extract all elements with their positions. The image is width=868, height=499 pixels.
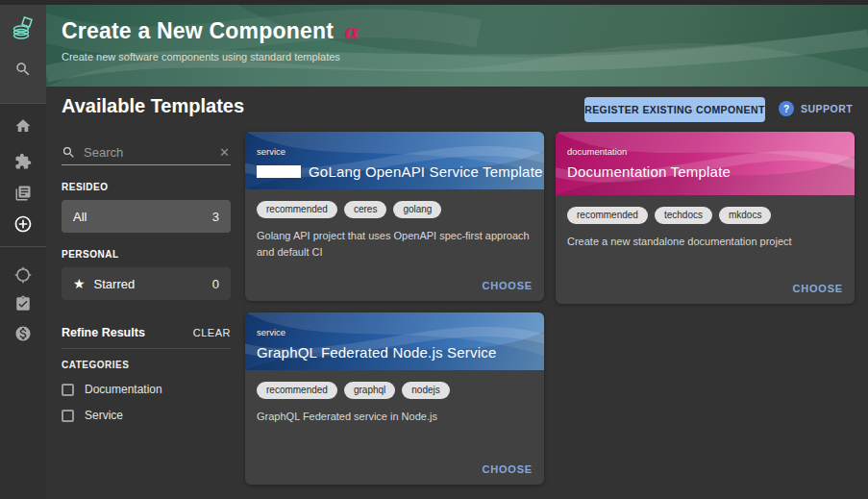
- alpha-badge: α: [343, 19, 359, 43]
- tag-chip: techdocs: [655, 207, 712, 224]
- filter-item-count: 3: [212, 210, 219, 224]
- tag-chip: recommended: [567, 207, 648, 224]
- category-checkbox-service[interactable]: Service: [62, 409, 231, 422]
- template-search: ✕: [62, 140, 231, 165]
- page-header: Create a New Component α Create new soft…: [46, 5, 868, 87]
- plugins-icon[interactable]: [0, 152, 46, 171]
- question-icon: ?: [779, 101, 794, 116]
- template-card-documentation: documentation Documentation Template rec…: [556, 132, 855, 304]
- tag-chip: recommended: [257, 201, 337, 218]
- choose-button[interactable]: CHOOSE: [483, 280, 533, 291]
- cost-icon[interactable]: [0, 324, 46, 343]
- template-card-golang-openapi: service GoLang OpenAPI Service Template …: [245, 132, 544, 301]
- filter-item-label: All: [73, 210, 87, 224]
- search-input[interactable]: [84, 145, 218, 160]
- template-description: GraphQL Federated service in Node.js: [257, 409, 533, 425]
- logo-icon[interactable]: [0, 15, 46, 42]
- refine-divider: [62, 348, 231, 349]
- template-type-label: service: [257, 327, 285, 337]
- register-existing-component-button[interactable]: REGISTER EXISTING COMPONENT: [584, 97, 765, 122]
- card-header: service GraphQL Federated Node.js Servic…: [245, 312, 544, 370]
- support-link[interactable]: ? SUPPORT: [779, 101, 853, 116]
- filter-item-starred[interactable]: ★ Starred 0: [62, 267, 231, 300]
- star-icon: ★: [73, 277, 86, 290]
- support-label: SUPPORT: [801, 103, 853, 114]
- sidebar: [0, 0, 46, 499]
- tag-chip: golang: [393, 201, 441, 218]
- search-icon: [62, 145, 76, 160]
- tag-chip: recommended: [257, 382, 337, 399]
- template-logo-placeholder: [257, 165, 301, 178]
- filters-panel: ✕ RESIDEO All 3 PERSONAL ★ Starred 0 Ref…: [62, 140, 231, 422]
- create-icon[interactable]: [0, 214, 46, 234]
- tag-chip: mkdocs: [719, 207, 771, 224]
- tag-chip: ceres: [344, 201, 386, 218]
- clear-search-icon[interactable]: ✕: [218, 145, 231, 160]
- checkbox-icon[interactable]: [62, 410, 74, 422]
- template-title: GraphQL Federated Node.js Service: [257, 344, 497, 361]
- template-type-label: documentation: [567, 146, 627, 157]
- section-title: Available Templates: [62, 95, 244, 117]
- template-card-graphql-nodejs: service GraphQL Federated Node.js Servic…: [245, 312, 544, 485]
- tech-radar-icon[interactable]: [0, 265, 46, 285]
- template-description: Golang API project that uses OpenAPI spe…: [257, 228, 533, 261]
- sidebar-divider: [0, 246, 46, 247]
- filter-item-label: Starred: [94, 277, 136, 291]
- page-subtitle: Create new software components using sta…: [62, 51, 868, 62]
- clear-filters-button[interactable]: CLEAR: [193, 327, 231, 338]
- card-header: service GoLang OpenAPI Service Template: [245, 132, 544, 189]
- template-description: Create a new standalone documentation pr…: [567, 234, 843, 250]
- category-checkbox-documentation[interactable]: Documentation: [62, 383, 231, 396]
- home-icon[interactable]: [0, 116, 46, 136]
- checkbox-label: Service: [85, 409, 123, 422]
- card-header: documentation Documentation Template: [556, 132, 855, 195]
- template-type-label: service: [257, 146, 285, 157]
- docs-icon[interactable]: [0, 184, 46, 203]
- refine-results-title: Refine Results: [62, 326, 145, 339]
- search-icon[interactable]: [0, 60, 46, 79]
- checkbox-icon[interactable]: [62, 384, 74, 396]
- choose-button[interactable]: CHOOSE: [793, 283, 843, 294]
- page-title: Create a New Component: [62, 18, 334, 44]
- tag-chip: graphql: [344, 382, 395, 399]
- categories-label: CATEGORIES: [62, 360, 231, 370]
- top-strip: [0, 0, 868, 5]
- template-title: Documentation Template: [567, 163, 731, 180]
- filter-item-count: 0: [212, 277, 219, 291]
- tag-chip: nodejs: [402, 382, 449, 399]
- group-label-personal: PERSONAL: [62, 249, 231, 260]
- choose-button[interactable]: CHOOSE: [483, 463, 533, 475]
- group-label-resideo: RESIDEO: [62, 182, 231, 192]
- sidebar-divider: [0, 103, 46, 104]
- checkbox-label: Documentation: [85, 383, 162, 396]
- filter-item-all[interactable]: All 3: [62, 200, 231, 233]
- tasks-icon[interactable]: [0, 294, 46, 313]
- template-title: GoLang OpenAPI Service Template: [309, 163, 543, 180]
